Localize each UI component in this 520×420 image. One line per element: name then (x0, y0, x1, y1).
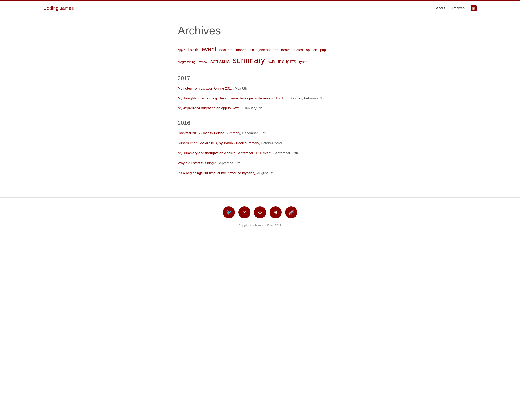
post-date: , February 7th (302, 97, 324, 100)
post-date: , October 22nd (259, 141, 282, 145)
twitter-icon[interactable]: 🐦 (223, 206, 235, 218)
stack-overflow-icon[interactable]: ⊗ (254, 206, 266, 218)
social-icons: 🐦✉⊗⊕🚀 (4, 206, 516, 218)
rss-icon[interactable]: ▣ (471, 5, 477, 11)
post-item: My notes from Laracon Online 2017, May 8… (178, 86, 342, 91)
tag-php[interactable]: php (320, 48, 326, 52)
year-section-2017: 2017My notes from Laracon Online 2017, M… (178, 75, 342, 111)
stack-exchange-icon[interactable]: ⊕ (269, 206, 282, 218)
tag-soft-skills[interactable]: soft skills (210, 58, 230, 65)
post-item: My experience migrating an app to Swift … (178, 106, 342, 111)
years-container: 2017My notes from Laracon Online 2017, M… (178, 75, 342, 176)
post-link[interactable]: My notes from Laracon Online 2017 (178, 86, 233, 90)
post-link[interactable]: My summary and thoughts on Apple’s Septe… (178, 151, 271, 155)
post-link[interactable]: My experience migrating an app to Swift … (178, 106, 242, 110)
post-date: , September 3rd (215, 161, 240, 165)
tag-ios[interactable]: ios (249, 46, 255, 53)
post-item: Why did I start this blog?, September 3r… (178, 161, 342, 166)
post-date: , December 11th (240, 131, 266, 135)
post-link[interactable]: It’s a beginning! But first, let me intr… (178, 171, 255, 175)
tag-notes[interactable]: notes (294, 48, 303, 52)
post-date: , September 12th (271, 151, 298, 155)
post-item: It’s a beginning! But first, let me intr… (178, 171, 342, 176)
year-section-2016: 2016Hackfest 2016 - Infinity Edition Sum… (178, 120, 342, 176)
site-footer: 🐦✉⊗⊕🚀 Copyright © James Hoffman 2017 (0, 197, 520, 233)
email-icon[interactable]: ✉ (238, 206, 251, 218)
year-heading-2016: 2016 (178, 120, 342, 126)
nav-archives[interactable]: Archives (451, 6, 465, 10)
tag-programming[interactable]: programming (178, 60, 195, 64)
tags-section: applebookeventhackfestinfoseciosjohn son… (178, 45, 342, 66)
post-item: Superhuman Social Skills, by Tynan - Boo… (178, 141, 342, 146)
tag-review[interactable]: review (199, 60, 207, 64)
tag-john-sonmez[interactable]: john sonmez (259, 48, 278, 52)
main-nav: About Archives ▣ (436, 5, 477, 11)
post-item: My thoughts after reading The software d… (178, 96, 342, 101)
post-item: Hackfest 2016 - Infinity Edition Summary… (178, 131, 342, 136)
main-content: Archives applebookeventhackfestinfosecio… (173, 15, 347, 197)
tag-book[interactable]: book (188, 46, 199, 53)
post-date: , August 1st (255, 171, 274, 175)
tag-tynan[interactable]: tynan (299, 60, 308, 64)
post-link[interactable]: My thoughts after reading The software d… (178, 97, 302, 100)
nav-about[interactable]: About (436, 6, 445, 10)
tag-infosec[interactable]: infosec (235, 48, 246, 52)
post-date: , January 8th (242, 106, 262, 110)
post-link[interactable]: Superhuman Social Skills, by Tynan - Boo… (178, 141, 259, 145)
rocket-icon[interactable]: 🚀 (285, 206, 297, 218)
copyright: Copyright © James Hoffman 2017 (4, 224, 516, 227)
post-link[interactable]: Why did I start this blog? (178, 161, 215, 165)
tag-summary[interactable]: summary (233, 55, 265, 66)
year-heading-2017: 2017 (178, 75, 342, 82)
post-link[interactable]: Hackfest 2016 - Infinity Edition Summary (178, 131, 240, 135)
post-date: , May 8th (233, 86, 247, 90)
post-item: My summary and thoughts on Apple’s Septe… (178, 151, 342, 156)
tag-hackfest[interactable]: hackfest (219, 48, 232, 52)
tag-swift[interactable]: swift (268, 60, 275, 64)
tag-opinion[interactable]: opinion (306, 48, 317, 52)
tag-apple[interactable]: apple (178, 48, 185, 52)
page-title: Archives (178, 24, 342, 37)
tag-thoughts[interactable]: thoughts (278, 58, 296, 65)
site-header: Coding James About Archives ▣ (0, 1, 520, 15)
tag-event[interactable]: event (201, 45, 216, 53)
tag-laravel[interactable]: laravel (281, 48, 291, 52)
site-title[interactable]: Coding James (43, 5, 74, 11)
